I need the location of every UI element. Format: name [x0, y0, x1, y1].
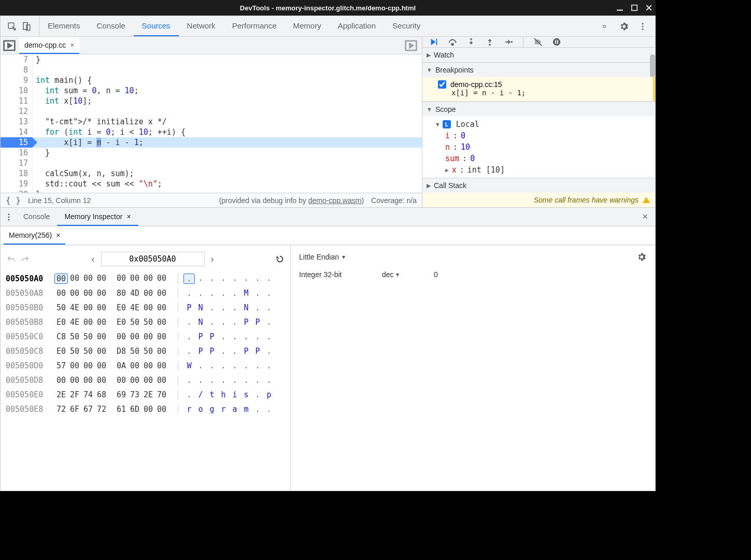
memory-byte[interactable]: 50	[128, 347, 141, 356]
memory-refresh-icon[interactable]	[275, 254, 285, 264]
memory-ascii-char[interactable]: s	[240, 390, 252, 399]
memory-ascii-char[interactable]: .	[183, 318, 195, 327]
breakpoint-item[interactable]: demo-cpp.cc:15 x[i] = n - i - 1;	[422, 77, 655, 102]
tab-memory[interactable]: Memory	[285, 16, 330, 36]
memory-redo-icon[interactable]	[20, 254, 31, 264]
window-maximize-icon[interactable]	[631, 4, 638, 11]
memory-ascii-char[interactable]: .	[263, 303, 275, 312]
memory-ascii-char[interactable]: .	[183, 332, 195, 341]
resume-icon[interactable]	[429, 37, 439, 47]
memory-ascii-char[interactable]: r	[183, 405, 195, 414]
tab-elements[interactable]: Elements	[39, 16, 89, 36]
tab-security[interactable]: Security	[384, 16, 429, 36]
memory-address-input[interactable]	[101, 252, 205, 266]
memory-byte[interactable]: 00	[155, 405, 168, 414]
memory-prev-icon[interactable]: ‹	[89, 254, 98, 265]
memory-byte[interactable]: 00	[128, 274, 141, 284]
navigator-toggle-icon[interactable]	[3, 39, 16, 52]
memory-ascii-char[interactable]: .	[206, 274, 218, 284]
memory-ascii-char[interactable]: .	[240, 376, 252, 385]
memory-byte[interactable]: 0A	[115, 361, 128, 370]
memory-row[interactable]: 005050A800000000804D0000.....M..	[6, 286, 285, 300]
memory-byte[interactable]: 00	[141, 405, 155, 414]
memory-ascii-char[interactable]: .	[206, 376, 218, 385]
code-line[interactable]: 15 x[i] = n - i - 1;	[1, 137, 422, 148]
memory-ascii-char[interactable]: r	[218, 405, 229, 414]
memory-ascii-char[interactable]: p	[263, 390, 275, 399]
memory-ascii-char[interactable]: .	[229, 347, 240, 356]
memory-row[interactable]: 005050C8E0505000D8505000.PP..PP.	[6, 344, 285, 358]
memory-byte[interactable]: 00	[81, 361, 95, 370]
memory-ascii-char[interactable]: P	[206, 347, 218, 356]
memory-byte[interactable]: 00	[115, 332, 128, 341]
code-line[interactable]: 11 int x[10];	[1, 96, 422, 106]
tab-performance[interactable]: Performance	[224, 16, 285, 36]
scope-variable[interactable]: ▶ x: int [10]	[428, 164, 655, 176]
memory-byte[interactable]: 00	[141, 303, 155, 312]
memory-ascii-char[interactable]: .	[206, 303, 218, 312]
memory-ascii-char[interactable]: P	[183, 303, 195, 312]
scope-section-header[interactable]: ▼ Scope	[422, 102, 655, 117]
callstack-section-header[interactable]: ▶ Call Stack	[422, 178, 655, 193]
memory-ascii-char[interactable]: .	[229, 332, 240, 341]
memory-ascii-char[interactable]: .	[252, 332, 263, 341]
tab-network[interactable]: Network	[179, 16, 224, 36]
memory-byte[interactable]: 80	[115, 289, 128, 298]
memory-byte[interactable]: C8	[54, 332, 68, 341]
scope-variable[interactable]: i: 0	[428, 130, 655, 141]
memory-byte[interactable]: 00	[115, 274, 128, 284]
memory-byte[interactable]: 00	[68, 289, 81, 298]
memory-ascii-char[interactable]: .	[206, 361, 218, 370]
memory-byte[interactable]: 00	[155, 318, 168, 327]
memory-byte[interactable]: 50	[141, 318, 155, 327]
memory-row[interactable]: 005050B8E04E0000E0505000.N...PP.	[6, 315, 285, 329]
memory-ascii-char[interactable]: .	[263, 289, 275, 298]
memory-byte[interactable]: 00	[155, 332, 168, 341]
memory-byte[interactable]: 00	[81, 376, 95, 385]
memory-ascii-char[interactable]: P	[240, 318, 252, 327]
memory-byte[interactable]: 2E	[54, 390, 68, 399]
memory-ascii-char[interactable]: M	[240, 289, 252, 298]
memory-byte[interactable]: 61	[115, 405, 128, 414]
memory-ascii-char[interactable]: .	[218, 303, 229, 312]
memory-byte[interactable]: 50	[68, 332, 81, 341]
memory-ascii-char[interactable]: .	[240, 274, 252, 284]
memory-ascii-char[interactable]: i	[229, 390, 240, 399]
memory-byte[interactable]: 50	[128, 318, 141, 327]
memory-byte[interactable]: 00	[141, 274, 155, 284]
memory-byte[interactable]: 00	[141, 361, 155, 370]
interpreter-settings-icon[interactable]	[636, 252, 647, 262]
memory-byte[interactable]: 00	[115, 376, 128, 385]
inspect-element-icon[interactable]	[7, 21, 17, 32]
memory-byte[interactable]: 00	[68, 274, 81, 284]
memory-ascii-char[interactable]: .	[218, 274, 229, 284]
memory-byte[interactable]: 00	[95, 303, 108, 312]
memory-byte[interactable]: 00	[81, 318, 95, 327]
code-line[interactable]: 19 std::cout << sum << "\n";	[1, 179, 422, 189]
memory-ascii-char[interactable]: .	[252, 405, 263, 414]
memory-row[interactable]: 005050C0C850500000000000.PP.....	[6, 329, 285, 344]
memory-byte[interactable]: 69	[115, 390, 128, 399]
memory-undo-icon[interactable]	[6, 254, 16, 264]
code-line[interactable]: 7}	[1, 54, 422, 65]
memory-ascii-char[interactable]: .	[183, 347, 195, 356]
memory-byte[interactable]: 73	[128, 390, 141, 399]
memory-ascii-char[interactable]: .	[252, 361, 263, 370]
memory-ascii-char[interactable]: .	[263, 274, 275, 284]
memory-ascii-char[interactable]: .	[195, 289, 206, 298]
memory-ascii-char[interactable]: .	[218, 347, 229, 356]
memory-byte[interactable]: 74	[81, 390, 95, 399]
memory-byte[interactable]: 00	[68, 376, 81, 385]
tab-application[interactable]: Application	[330, 16, 384, 36]
file-tab-demo-cpp[interactable]: demo-cpp.cc ×	[19, 37, 79, 54]
memory-tab[interactable]: Memory(256) ×	[4, 226, 65, 245]
memory-ascii-char[interactable]: N	[195, 318, 206, 327]
memory-row[interactable]: 005050A00000000000000000........	[6, 271, 285, 286]
memory-byte[interactable]: 00	[81, 289, 95, 298]
memory-row[interactable]: 005050E8726F6772616D0000rogram..	[6, 402, 285, 417]
memory-byte[interactable]: D8	[115, 347, 128, 356]
code-line[interactable]: 18 calcSum(x, n, sum);	[1, 168, 422, 179]
memory-byte[interactable]: 00	[95, 361, 108, 370]
memory-ascii-char[interactable]: .	[229, 289, 240, 298]
memory-byte[interactable]: 6D	[128, 405, 141, 414]
